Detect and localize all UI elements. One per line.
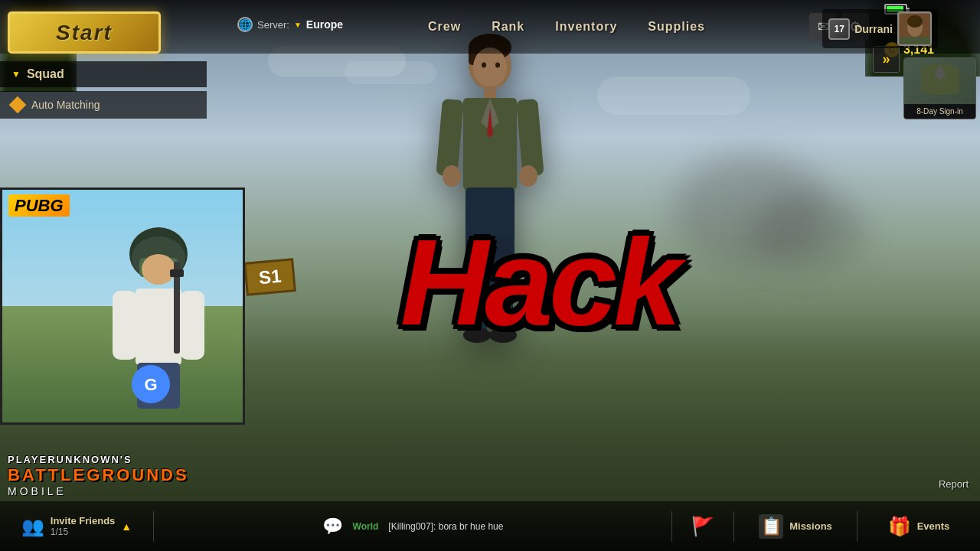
svg-rect-11 bbox=[516, 99, 544, 177]
missions-icon-wrap: 📋 bbox=[759, 514, 783, 539]
svg-rect-37 bbox=[921, 67, 930, 93]
svg-rect-22 bbox=[900, 37, 930, 44]
friends-count: 1/15 bbox=[51, 527, 116, 537]
svg-rect-16 bbox=[493, 237, 513, 337]
character bbox=[421, 23, 559, 344]
player-name: Durrani bbox=[854, 23, 893, 35]
svg-rect-10 bbox=[436, 99, 464, 177]
report-button[interactable]: Report bbox=[939, 478, 969, 490]
diamond-icon bbox=[9, 96, 27, 114]
expand-arrow-icon: ▲ bbox=[121, 520, 132, 533]
svg-rect-29 bbox=[180, 291, 204, 360]
globe-icon: 🌐 bbox=[237, 17, 253, 32]
thumbnail-character: G bbox=[97, 216, 220, 415]
missions-icon: 📋 bbox=[761, 517, 782, 536]
svg-point-4 bbox=[482, 63, 486, 68]
mobile-text: MOBILE bbox=[8, 485, 189, 497]
server-selector[interactable]: 🌐 Server: ▼ Europe bbox=[237, 17, 343, 32]
svg-point-5 bbox=[495, 63, 500, 68]
signin-card[interactable]: 8-Day Sign-in bbox=[903, 57, 976, 119]
crew-button[interactable]: Crew bbox=[428, 20, 461, 34]
auto-matching[interactable]: Auto Matching bbox=[0, 91, 207, 119]
svg-point-13 bbox=[519, 165, 537, 187]
svg-rect-28 bbox=[113, 291, 137, 360]
svg-rect-38 bbox=[950, 67, 959, 93]
flag-icon: 🚩 bbox=[691, 516, 714, 537]
world-label: World bbox=[353, 521, 379, 532]
friends-info: Invite Friends 1/15 bbox=[51, 515, 116, 537]
bottom-navigation-bar: 👥 Invite Friends 1/15 ▲ 💬 World [Killing… bbox=[0, 501, 980, 551]
battlegrounds-text: BATTLEGROUNDS bbox=[8, 465, 189, 485]
svg-rect-6 bbox=[484, 86, 496, 99]
chat-message: [Killing007]: bora br hue hue bbox=[388, 521, 503, 532]
server-dropdown-arrow: ▼ bbox=[294, 21, 302, 29]
server-label: Server: bbox=[257, 19, 289, 31]
flag-section[interactable]: 🚩 bbox=[672, 501, 733, 551]
auto-matching-text: Auto Matching bbox=[31, 99, 100, 111]
svg-rect-15 bbox=[467, 237, 487, 337]
squad-dropdown-arrow: ▼ bbox=[11, 69, 21, 80]
events-label: Events bbox=[917, 520, 950, 532]
pubg-thumbnail: PUBG G bbox=[0, 187, 245, 425]
inventory-button[interactable]: Inventory bbox=[555, 20, 617, 34]
chevron-button[interactable]: » bbox=[873, 46, 900, 73]
pubg-logo: PUBG bbox=[8, 196, 70, 216]
friends-section[interactable]: 👥 Invite Friends 1/15 ▲ bbox=[0, 501, 153, 551]
player-info[interactable]: 17 Durrani bbox=[822, 9, 938, 48]
start-button[interactable]: Start bbox=[8, 11, 161, 54]
s1-sign: S1 bbox=[243, 258, 296, 296]
events-icon: 🎁 bbox=[888, 516, 911, 537]
friends-icon: 👥 bbox=[21, 516, 44, 537]
chat-icon: 💬 bbox=[322, 517, 343, 536]
svg-point-21 bbox=[907, 15, 923, 28]
playerunknowns-text: PLAYERUNKNOWN'S bbox=[8, 455, 189, 465]
supplies-button[interactable]: Supplies bbox=[648, 20, 705, 34]
level-badge: 17 bbox=[828, 18, 850, 40]
cloud-3 bbox=[597, 77, 750, 115]
server-name: Europe bbox=[306, 18, 343, 31]
svg-point-18 bbox=[489, 328, 517, 343]
missions-label: Missions bbox=[789, 520, 832, 532]
pubg-brand: PLAYERUNKNOWN'S BATTLEGROUNDS MOBILE bbox=[8, 455, 189, 497]
invite-friends-label: Invite Friends bbox=[51, 515, 116, 527]
squad-label: Squad bbox=[27, 67, 64, 81]
player-avatar bbox=[897, 11, 932, 46]
squad-selector[interactable]: ▼ Squad bbox=[0, 61, 207, 87]
left-panel: ▼ Squad Auto Matching bbox=[0, 61, 207, 119]
svg-text:G: G bbox=[144, 375, 157, 394]
smoke-effect-2 bbox=[750, 191, 865, 268]
signin-label: 8-Day Sign-in bbox=[904, 104, 975, 119]
rank-button[interactable]: Rank bbox=[492, 20, 524, 34]
signin-card-image bbox=[904, 58, 975, 104]
chat-section[interactable]: 💬 World [Killing007]: bora br hue hue bbox=[154, 501, 671, 551]
svg-point-17 bbox=[463, 328, 491, 343]
events-section[interactable]: 🎁 Events bbox=[858, 501, 980, 551]
svg-point-12 bbox=[443, 165, 461, 187]
svg-rect-31 bbox=[170, 269, 184, 277]
svg-point-26 bbox=[142, 254, 175, 285]
missions-section[interactable]: 📋 Missions bbox=[734, 501, 857, 551]
nav-buttons: Crew Rank Inventory Supplies bbox=[421, 0, 712, 54]
